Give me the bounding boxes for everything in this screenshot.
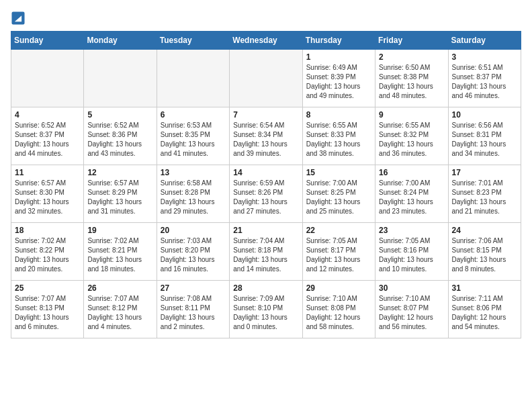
calendar-cell: 16Sunrise: 7:00 AMSunset: 8:24 PMDayligh… — [375, 165, 448, 223]
calendar-cell: 4Sunrise: 6:52 AMSunset: 8:37 PMDaylight… — [11, 107, 84, 165]
calendar-week-row: 1Sunrise: 6:49 AMSunset: 8:39 PMDaylight… — [11, 50, 521, 107]
day-info: Sunrise: 7:07 AMSunset: 8:13 PMDaylight:… — [15, 294, 80, 332]
calendar-cell: 2Sunrise: 6:50 AMSunset: 8:38 PMDaylight… — [375, 50, 448, 107]
day-info: Sunrise: 6:52 AMSunset: 8:36 PMDaylight:… — [87, 121, 152, 158]
day-info: Sunrise: 6:49 AMSunset: 8:39 PMDaylight:… — [306, 63, 371, 101]
day-number: 8 — [306, 110, 371, 120]
day-info: Sunrise: 6:57 AMSunset: 8:29 PMDaylight:… — [87, 179, 152, 216]
day-number: 31 — [452, 283, 517, 293]
calendar-cell: 19Sunrise: 7:02 AMSunset: 8:21 PMDayligh… — [84, 223, 157, 281]
calendar-cell: 24Sunrise: 7:06 AMSunset: 8:15 PMDayligh… — [448, 223, 521, 281]
calendar-cell: 21Sunrise: 7:04 AMSunset: 8:18 PMDayligh… — [230, 223, 302, 281]
calendar-cell: 18Sunrise: 7:02 AMSunset: 8:22 PMDayligh… — [11, 223, 84, 281]
day-info: Sunrise: 6:57 AMSunset: 8:30 PMDaylight:… — [15, 179, 80, 216]
calendar-cell — [84, 50, 157, 107]
day-number: 10 — [452, 110, 517, 120]
day-info: Sunrise: 7:11 AMSunset: 8:06 PMDaylight:… — [452, 294, 517, 332]
calendar-cell — [230, 50, 302, 107]
calendar-cell: 14Sunrise: 6:59 AMSunset: 8:26 PMDayligh… — [230, 165, 302, 223]
calendar-cell: 1Sunrise: 6:49 AMSunset: 8:39 PMDaylight… — [302, 50, 375, 107]
day-number: 16 — [379, 168, 444, 177]
day-number: 17 — [452, 168, 517, 177]
day-number: 1 — [306, 52, 371, 62]
day-info: Sunrise: 7:06 AMSunset: 8:15 PMDaylight:… — [452, 236, 517, 274]
weekday-header: Saturday — [448, 32, 521, 50]
day-number: 21 — [233, 226, 298, 235]
calendar-cell: 11Sunrise: 6:57 AMSunset: 8:30 PMDayligh… — [11, 165, 84, 223]
day-number: 25 — [15, 283, 80, 293]
calendar-table: SundayMondayTuesdayWednesdayThursdayFrid… — [11, 31, 521, 338]
day-info: Sunrise: 7:08 AMSunset: 8:11 PMDaylight:… — [161, 294, 226, 332]
calendar-cell: 15Sunrise: 7:00 AMSunset: 8:25 PMDayligh… — [302, 165, 375, 223]
day-number: 2 — [379, 52, 444, 62]
calendar-cell: 17Sunrise: 7:01 AMSunset: 8:23 PMDayligh… — [448, 165, 521, 223]
day-number: 15 — [306, 168, 371, 177]
day-number: 13 — [161, 168, 226, 177]
calendar-cell — [11, 50, 84, 107]
calendar-cell: 28Sunrise: 7:09 AMSunset: 8:10 PMDayligh… — [230, 281, 302, 338]
weekday-header: Tuesday — [157, 32, 229, 50]
day-info: Sunrise: 7:10 AMSunset: 8:08 PMDaylight:… — [306, 294, 371, 332]
day-info: Sunrise: 7:07 AMSunset: 8:12 PMDaylight:… — [87, 294, 152, 332]
day-number: 22 — [306, 226, 371, 235]
day-info: Sunrise: 7:01 AMSunset: 8:23 PMDaylight:… — [452, 179, 517, 216]
day-info: Sunrise: 7:00 AMSunset: 8:24 PMDaylight:… — [379, 179, 444, 216]
svg-rect-0 — [11, 11, 24, 24]
logo-icon — [11, 11, 26, 26]
day-info: Sunrise: 7:00 AMSunset: 8:25 PMDaylight:… — [306, 179, 371, 216]
day-number: 26 — [87, 283, 152, 293]
day-number: 3 — [452, 52, 517, 62]
calendar-cell: 9Sunrise: 6:55 AMSunset: 8:32 PMDaylight… — [375, 107, 448, 165]
calendar-cell: 23Sunrise: 7:05 AMSunset: 8:16 PMDayligh… — [375, 223, 448, 281]
day-number: 29 — [306, 283, 371, 293]
calendar-cell — [157, 50, 229, 107]
day-number: 20 — [161, 226, 226, 235]
calendar-cell: 5Sunrise: 6:52 AMSunset: 8:36 PMDaylight… — [84, 107, 157, 165]
calendar-cell: 8Sunrise: 6:55 AMSunset: 8:33 PMDaylight… — [302, 107, 375, 165]
day-info: Sunrise: 7:03 AMSunset: 8:20 PMDaylight:… — [161, 236, 226, 274]
day-info: Sunrise: 7:02 AMSunset: 8:21 PMDaylight:… — [87, 236, 152, 274]
calendar-cell: 10Sunrise: 6:56 AMSunset: 8:31 PMDayligh… — [448, 107, 521, 165]
calendar-header-row: SundayMondayTuesdayWednesdayThursdayFrid… — [11, 32, 521, 50]
day-number: 4 — [15, 110, 80, 120]
calendar-cell: 12Sunrise: 6:57 AMSunset: 8:29 PMDayligh… — [84, 165, 157, 223]
day-info: Sunrise: 6:56 AMSunset: 8:31 PMDaylight:… — [452, 121, 517, 158]
day-number: 27 — [161, 283, 226, 293]
day-number: 5 — [87, 110, 152, 120]
calendar-week-row: 4Sunrise: 6:52 AMSunset: 8:37 PMDaylight… — [11, 107, 521, 165]
day-number: 12 — [87, 168, 152, 177]
day-info: Sunrise: 6:55 AMSunset: 8:33 PMDaylight:… — [306, 121, 371, 158]
day-info: Sunrise: 6:51 AMSunset: 8:37 PMDaylight:… — [452, 63, 517, 101]
day-info: Sunrise: 6:53 AMSunset: 8:35 PMDaylight:… — [161, 121, 226, 158]
weekday-header: Monday — [84, 32, 157, 50]
day-info: Sunrise: 6:52 AMSunset: 8:37 PMDaylight:… — [15, 121, 80, 158]
calendar-cell: 20Sunrise: 7:03 AMSunset: 8:20 PMDayligh… — [157, 223, 229, 281]
calendar-week-row: 18Sunrise: 7:02 AMSunset: 8:22 PMDayligh… — [11, 223, 521, 281]
day-number: 11 — [15, 168, 80, 177]
calendar-cell: 7Sunrise: 6:54 AMSunset: 8:34 PMDaylight… — [230, 107, 302, 165]
day-info: Sunrise: 6:59 AMSunset: 8:26 PMDaylight:… — [233, 179, 298, 216]
weekday-header: Thursday — [302, 32, 375, 50]
calendar-week-row: 11Sunrise: 6:57 AMSunset: 8:30 PMDayligh… — [11, 165, 521, 223]
calendar-cell: 6Sunrise: 6:53 AMSunset: 8:35 PMDaylight… — [157, 107, 229, 165]
calendar-body: 1Sunrise: 6:49 AMSunset: 8:39 PMDaylight… — [11, 50, 521, 338]
day-info: Sunrise: 7:02 AMSunset: 8:22 PMDaylight:… — [15, 236, 80, 274]
page-header — [11, 11, 521, 26]
day-number: 28 — [233, 283, 298, 293]
day-info: Sunrise: 6:54 AMSunset: 8:34 PMDaylight:… — [233, 121, 298, 158]
day-number: 9 — [379, 110, 444, 120]
day-info: Sunrise: 6:50 AMSunset: 8:38 PMDaylight:… — [379, 63, 444, 101]
day-number: 6 — [161, 110, 226, 120]
day-info: Sunrise: 7:10 AMSunset: 8:07 PMDaylight:… — [379, 294, 444, 332]
calendar-cell: 31Sunrise: 7:11 AMSunset: 8:06 PMDayligh… — [448, 281, 521, 338]
day-number: 18 — [15, 226, 80, 235]
day-number: 19 — [87, 226, 152, 235]
calendar-cell: 22Sunrise: 7:05 AMSunset: 8:17 PMDayligh… — [302, 223, 375, 281]
calendar-cell: 25Sunrise: 7:07 AMSunset: 8:13 PMDayligh… — [11, 281, 84, 338]
day-info: Sunrise: 7:04 AMSunset: 8:18 PMDaylight:… — [233, 236, 298, 274]
day-info: Sunrise: 7:05 AMSunset: 8:16 PMDaylight:… — [379, 236, 444, 274]
day-number: 14 — [233, 168, 298, 177]
day-number: 24 — [452, 226, 517, 235]
day-number: 23 — [379, 226, 444, 235]
calendar-cell: 30Sunrise: 7:10 AMSunset: 8:07 PMDayligh… — [375, 281, 448, 338]
